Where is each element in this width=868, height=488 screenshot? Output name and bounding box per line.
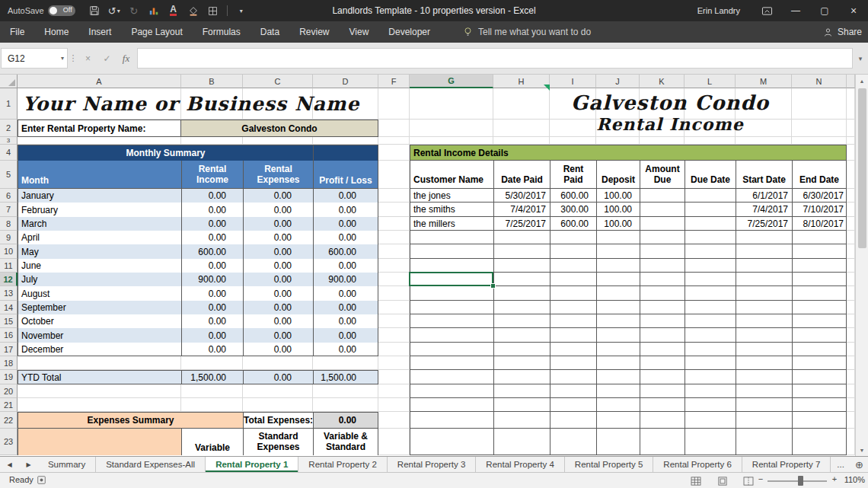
cell-j12[interactable] <box>596 273 640 286</box>
zoom-level[interactable]: 110% <box>842 475 865 484</box>
row-header-10[interactable]: 10 <box>0 244 18 259</box>
cell-h16[interactable] <box>493 328 550 343</box>
cell-m15[interactable] <box>736 314 792 328</box>
row-header-14[interactable]: 14 <box>0 301 18 314</box>
cell-h11[interactable] <box>493 259 550 273</box>
row-header-12[interactable]: 12 <box>0 273 18 286</box>
sheet-tab-rental-property-2[interactable]: Rental Property 2 <box>298 457 388 472</box>
cell-n18[interactable] <box>792 356 847 370</box>
cell-m16[interactable] <box>736 328 792 343</box>
expenses-subheader-spacer[interactable] <box>18 429 181 455</box>
sheet-tab-rental-property-7[interactable]: Rental Property 7 <box>742 457 831 472</box>
month-cell-december[interactable]: December <box>18 343 181 356</box>
total-expenses-label[interactable]: Total Expenses: <box>243 412 313 429</box>
column-header-o[interactable] <box>847 75 855 88</box>
income-cell-december[interactable]: 0.00 <box>181 343 243 356</box>
row-header-16[interactable]: 16 <box>0 328 18 343</box>
cell-l9[interactable] <box>685 231 736 244</box>
cell-i12[interactable] <box>550 273 596 286</box>
cell-g21[interactable] <box>410 398 493 412</box>
month-cell-april[interactable]: April <box>18 231 181 244</box>
column-header-m[interactable]: M <box>736 75 792 88</box>
row-header-13[interactable]: 13 <box>0 286 18 301</box>
cell-k6[interactable] <box>640 189 685 203</box>
cell-g8[interactable]: the millers <box>410 217 493 231</box>
expenses-cell-april[interactable]: 0.00 <box>243 231 313 244</box>
cell-g20[interactable] <box>410 384 493 398</box>
cell-g22[interactable] <box>410 412 493 429</box>
cell-n8[interactable]: 8/10/2017 <box>792 217 847 231</box>
cell-g11[interactable] <box>410 259 493 273</box>
column-header-l[interactable]: L <box>685 75 736 88</box>
cell-j11[interactable] <box>596 259 640 273</box>
cell-g19[interactable] <box>410 370 493 384</box>
row-header-22[interactable]: 22 <box>0 412 18 429</box>
cell-j18[interactable] <box>596 356 640 370</box>
cell-h14[interactable] <box>493 301 550 314</box>
vertical-scrollbar-thumb[interactable] <box>858 88 866 248</box>
income-cell-june[interactable]: 0.00 <box>181 259 243 273</box>
profit-cell-november[interactable]: 0.00 <box>313 328 378 343</box>
cell-i21[interactable] <box>550 398 596 412</box>
sheet-tab-standard-expenses-all[interactable]: Standard Expenses-All <box>96 457 206 472</box>
cell-n21[interactable] <box>792 398 847 412</box>
column-header-f[interactable]: F <box>378 75 410 88</box>
cell-l14[interactable] <box>685 301 736 314</box>
income-cell-january[interactable]: 0.00 <box>181 189 243 203</box>
month-cell-november[interactable]: November <box>18 328 181 343</box>
cell-k7[interactable] <box>640 203 685 217</box>
cell-m20[interactable] <box>736 384 792 398</box>
cell-m18[interactable] <box>736 356 792 370</box>
profit-cell-october[interactable]: 0.00 <box>313 314 378 328</box>
income-cell-september[interactable]: 0.00 <box>181 301 243 314</box>
row-header-17[interactable]: 17 <box>0 343 18 356</box>
ytd-expenses[interactable]: 0.00 <box>243 370 313 384</box>
cell-h10[interactable] <box>493 244 550 259</box>
cell-n22[interactable] <box>792 412 847 429</box>
cell-i20[interactable] <box>550 384 596 398</box>
cell-k19[interactable] <box>640 370 685 384</box>
month-cell-march[interactable]: March <box>18 217 181 231</box>
cell-l23[interactable] <box>685 429 736 455</box>
column-header-b[interactable]: B <box>181 75 243 88</box>
cell-m7[interactable]: 7/4/2017 <box>736 203 792 217</box>
cell-n19[interactable] <box>792 370 847 384</box>
expenses-cell-march[interactable]: 0.00 <box>243 217 313 231</box>
expenses-summary-title[interactable]: Expenses Summary <box>18 412 243 429</box>
cell-n7[interactable]: 7/10/2017 <box>792 203 847 217</box>
profit-cell-june[interactable]: 0.00 <box>313 259 378 273</box>
profit-cell-december[interactable]: 0.00 <box>313 343 378 356</box>
row-header-2[interactable]: 2 <box>0 120 18 137</box>
cell-n9[interactable] <box>792 231 847 244</box>
row-header-21[interactable]: 21 <box>0 398 18 412</box>
cell-i22[interactable] <box>550 412 596 429</box>
property-title-block[interactable]: Galveston CondoRental Income <box>493 88 847 137</box>
cell-l13[interactable] <box>685 286 736 301</box>
cell-m21[interactable] <box>736 398 792 412</box>
cell-l19[interactable] <box>685 370 736 384</box>
column-header-k[interactable]: K <box>640 75 685 88</box>
cell-g6[interactable]: the jones <box>410 189 493 203</box>
expenses-subheader-variable[interactable]: Variable <box>181 429 243 455</box>
row-header-7[interactable]: 7 <box>0 203 18 217</box>
cell-i10[interactable] <box>550 244 596 259</box>
cell-h7[interactable]: 7/4/2017 <box>493 203 550 217</box>
detail-header-rent-paid[interactable]: Rent Paid <box>550 161 596 189</box>
cell-m23[interactable] <box>736 429 792 455</box>
detail-header-due-date[interactable]: Due Date <box>685 161 736 189</box>
cell-m12[interactable] <box>736 273 792 286</box>
page-break-view-icon[interactable] <box>740 475 757 486</box>
cell-n17[interactable] <box>792 343 847 356</box>
cell-i16[interactable] <box>550 328 596 343</box>
total-expenses-value[interactable]: 0.00 <box>313 412 378 429</box>
cell-j7[interactable]: 100.00 <box>596 203 640 217</box>
profit-cell-september[interactable]: 0.00 <box>313 301 378 314</box>
cell-k14[interactable] <box>640 301 685 314</box>
cell-j8[interactable]: 100.00 <box>596 217 640 231</box>
cell-g13[interactable] <box>410 286 493 301</box>
macro-record-icon[interactable] <box>37 475 46 486</box>
expenses-cell-june[interactable]: 0.00 <box>243 259 313 273</box>
column-header-i[interactable]: I <box>550 75 596 88</box>
cell-i9[interactable] <box>550 231 596 244</box>
cell-j19[interactable] <box>596 370 640 384</box>
